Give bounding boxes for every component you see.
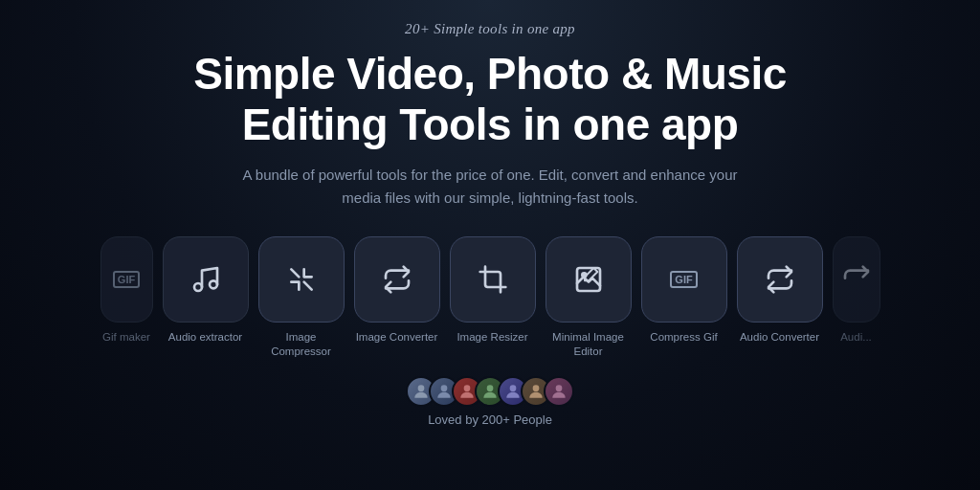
tool-label: Image Compressor [258,330,345,359]
audio-icon-partial [841,264,872,295]
tool-label: Audi... [840,330,872,345]
compress-icon [286,264,317,295]
tool-card-compress-gif[interactable]: GIF Compress Gif [641,236,727,345]
tool-card-minimal-image-editor[interactable]: Minimal Image Editor [546,236,632,359]
tool-label: Audio extractor [168,330,242,345]
tool-label: Image Resizer [457,330,527,345]
tool-card-partial-right[interactable]: Audi... [833,236,880,345]
svg-point-7 [487,385,494,391]
svg-point-5 [441,385,448,391]
svg-point-6 [464,385,471,391]
svg-point-1 [210,280,217,288]
tool-label: Gif maker [102,330,150,345]
svg-point-4 [418,385,425,391]
svg-point-8 [510,385,517,391]
tagline: 20+ Simple tools in one app [405,21,575,37]
hero-subtitle: A bundle of powerful tools for the price… [222,164,758,210]
audio-convert-icon [765,264,795,295]
tool-label: Compress Gif [650,330,717,345]
tool-label: Minimal Image Editor [546,330,632,359]
tool-card-audio-converter[interactable]: Audio Converter [737,236,823,345]
tools-row: GIF Gif maker Audio extractor Image Comp… [0,236,980,359]
loved-text: Loved by 200+ People [428,412,552,427]
tool-card-image-resizer[interactable]: Image Resizer [450,236,536,345]
avatars-group [406,376,574,407]
gif-icon: GIF [670,271,697,288]
svg-point-9 [533,385,540,391]
hero-title: Simple Video, Photo & Music Editing Tool… [193,49,787,150]
note-icon [190,264,221,295]
svg-point-10 [556,385,563,391]
tool-label: Audio Converter [740,330,819,345]
crop-icon [478,264,508,295]
social-proof: Loved by 200+ People [406,376,574,427]
svg-point-0 [194,283,202,291]
tool-label: Image Converter [356,330,438,345]
tool-card-image-converter[interactable]: Image Converter [354,236,440,345]
tool-card-audio-extractor[interactable]: Audio extractor [163,236,249,345]
convert-icon [382,264,412,295]
tool-card-gif-maker[interactable]: GIF Gif maker [100,236,153,345]
avatar [544,376,574,407]
edit-image-icon [573,264,604,295]
tool-card-image-compressor[interactable]: Image Compressor [258,236,345,359]
